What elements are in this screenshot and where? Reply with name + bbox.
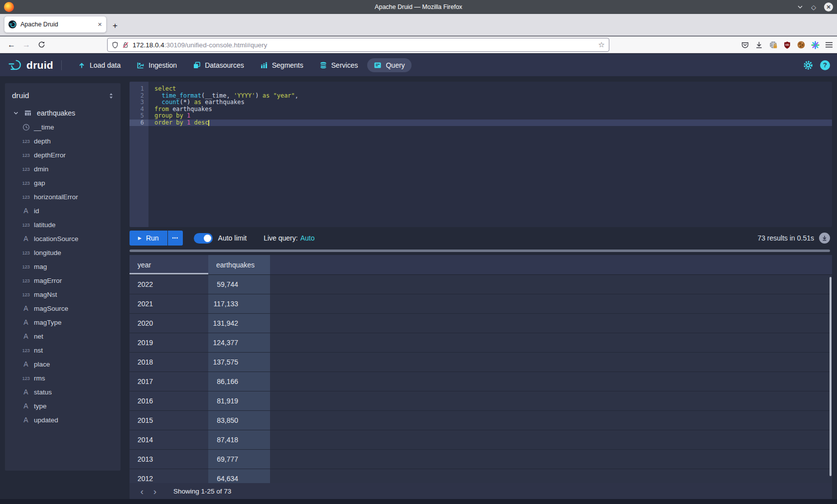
code-line[interactable]: group by 1: [148, 113, 832, 120]
cell-earthquakes[interactable]: 131,942: [208, 314, 270, 333]
nav-item-load-data[interactable]: Load data: [71, 58, 127, 72]
window-close-icon[interactable]: ✕: [824, 2, 833, 11]
sidebar-column-__time[interactable]: __time: [5, 120, 121, 134]
sidebar-column-depth[interactable]: 123depth: [5, 134, 121, 148]
sidebar-column-depthError[interactable]: 123depthError: [5, 148, 121, 162]
new-tab-button[interactable]: +: [113, 21, 118, 31]
run-bar: ▶ Run ••• Auto limit Live query: Auto 73…: [130, 227, 832, 249]
nav-item-ingestion[interactable]: Ingestion: [130, 58, 183, 72]
browser-tab[interactable]: Apache Druid ✕: [4, 16, 107, 33]
auto-limit-toggle[interactable]: [194, 233, 213, 244]
cell-earthquakes[interactable]: 87,418: [208, 430, 270, 450]
sort-columns-icon[interactable]: [108, 92, 115, 100]
sidebar-column-horizontalError[interactable]: 123horizontalError: [5, 190, 121, 204]
cookie-icon[interactable]: [797, 40, 806, 49]
sidebar-column-magError[interactable]: 123magError: [5, 273, 121, 287]
sidebar-column-type[interactable]: Atype: [5, 399, 121, 413]
cell-earthquakes[interactable]: 69,777: [208, 450, 270, 469]
sidebar-column-gap[interactable]: 123gap: [5, 176, 121, 190]
code-line[interactable]: order by 1 desc: [148, 120, 832, 126]
column-header-year[interactable]: year: [130, 255, 208, 275]
code-line[interactable]: from earthquakes: [148, 106, 832, 113]
cell-earthquakes[interactable]: 86,166: [208, 372, 270, 391]
sidebar-column-dmin[interactable]: 123dmin: [5, 162, 121, 176]
column-name: place: [34, 361, 50, 368]
cell-earthquakes[interactable]: 117,133: [208, 294, 270, 314]
sidebar-item-earthquakes-table[interactable]: earthquakes: [5, 106, 121, 120]
cell-earthquakes[interactable]: 81,919: [208, 391, 270, 411]
cell-year[interactable]: 2013: [130, 450, 208, 469]
cell-earthquakes[interactable]: 59,744: [208, 275, 270, 294]
help-icon[interactable]: ?: [820, 60, 830, 70]
url-text[interactable]: 172.18.0.4:30109/unified-console.html#qu…: [133, 41, 595, 49]
sidebar-column-locationSource[interactable]: AlocationSource: [5, 232, 121, 246]
editor-code[interactable]: select time_format(__time, 'YYYY') as "y…: [148, 82, 832, 227]
sidebar-column-updated[interactable]: Aupdated: [5, 413, 121, 427]
sidebar-column-longitude[interactable]: 123longitude: [5, 246, 121, 259]
cell-year[interactable]: 2020: [130, 314, 208, 333]
window-minimize-icon[interactable]: [797, 4, 803, 10]
tracking-shield-icon[interactable]: [112, 41, 119, 49]
sql-editor[interactable]: 123456 select time_format(__time, 'YYYY'…: [130, 82, 832, 227]
run-button[interactable]: ▶ Run: [130, 231, 167, 246]
download-results-button[interactable]: [819, 233, 830, 244]
settings-gear-icon[interactable]: [803, 60, 813, 70]
ublock-shield-icon[interactable]: UO: [783, 41, 791, 49]
reload-button[interactable]: [34, 41, 49, 48]
cell-year[interactable]: 2016: [130, 391, 208, 411]
nav-item-datasources[interactable]: Datasources: [186, 58, 251, 72]
vertical-scrollbar-thumb[interactable]: [830, 277, 832, 476]
sidebar-column-magSource[interactable]: AmagSource: [5, 301, 121, 315]
cell-year[interactable]: 2014: [130, 430, 208, 450]
forward-button[interactable]: →: [19, 40, 34, 49]
cell-year[interactable]: 2017: [130, 372, 208, 391]
cell-earthquakes[interactable]: 124,377: [208, 333, 270, 353]
druid-logo[interactable]: druid: [8, 59, 53, 72]
extension-globe-lock-icon[interactable]: [769, 40, 778, 49]
menu-hamburger-icon[interactable]: [825, 41, 833, 48]
bookmark-star-icon[interactable]: ☆: [598, 40, 605, 49]
colorful-asterisk-extension-icon[interactable]: [811, 41, 820, 49]
prev-page-button[interactable]: ‹: [136, 487, 148, 496]
url-bar[interactable]: 172.18.0.4:30109/unified-console.html#qu…: [107, 38, 609, 52]
downloads-icon[interactable]: [755, 41, 763, 49]
cell-year[interactable]: 2019: [130, 333, 208, 353]
sidebar-column-nst[interactable]: 123nst: [5, 343, 121, 357]
sidebar-column-latitude[interactable]: 123latitude: [5, 218, 121, 232]
cell-year[interactable]: 2012: [130, 469, 208, 483]
column-header-earthquakes[interactable]: earthquakes: [208, 255, 270, 275]
live-query-value[interactable]: Auto: [300, 234, 315, 242]
tab-close-icon[interactable]: ✕: [98, 21, 102, 28]
sidebar-column-net[interactable]: Anet: [5, 329, 121, 343]
horizontal-scrollbar[interactable]: [130, 249, 832, 253]
cell-year[interactable]: 2022: [130, 275, 208, 294]
nav-item-services[interactable]: Services: [313, 58, 365, 72]
run-more-button[interactable]: •••: [168, 231, 183, 246]
cell-year[interactable]: 2018: [130, 353, 208, 372]
next-page-button[interactable]: ›: [148, 487, 161, 496]
cell-year[interactable]: 2015: [130, 411, 208, 430]
nav-item-query[interactable]: Query: [367, 58, 411, 72]
sidebar-column-mag[interactable]: 123mag: [5, 259, 121, 273]
nav-item-segments[interactable]: Segments: [254, 58, 310, 72]
horizontal-scrollbar-thumb[interactable]: [130, 250, 830, 252]
sidebar-column-magNst[interactable]: 123magNst: [5, 287, 121, 301]
firefox-logo-icon: [4, 2, 14, 12]
insecure-lock-icon[interactable]: [122, 41, 129, 49]
cell-earthquakes[interactable]: 137,575: [208, 353, 270, 372]
window-maximize-icon[interactable]: ◇: [811, 4, 816, 10]
sidebar-column-id[interactable]: Aid: [5, 204, 121, 218]
sidebar-column-status[interactable]: Astatus: [5, 385, 121, 399]
sidebar-column-place[interactable]: Aplace: [5, 357, 121, 371]
cell-earthquakes[interactable]: 83,850: [208, 411, 270, 430]
chevron-down-icon[interactable]: [10, 110, 22, 117]
sidebar-column-magType[interactable]: AmagType: [5, 315, 121, 329]
cell-year[interactable]: 2021: [130, 294, 208, 314]
sidebar-column-rms[interactable]: 123rms: [5, 371, 121, 385]
pocket-icon[interactable]: [741, 41, 749, 49]
back-button[interactable]: ←: [4, 40, 19, 49]
cell-earthquakes[interactable]: 64,634: [208, 469, 270, 483]
code-line[interactable]: count(*) as earthquakes: [148, 99, 832, 106]
code-line[interactable]: select: [148, 86, 832, 93]
code-line[interactable]: time_format(__time, 'YYYY') as "year",: [148, 93, 832, 100]
